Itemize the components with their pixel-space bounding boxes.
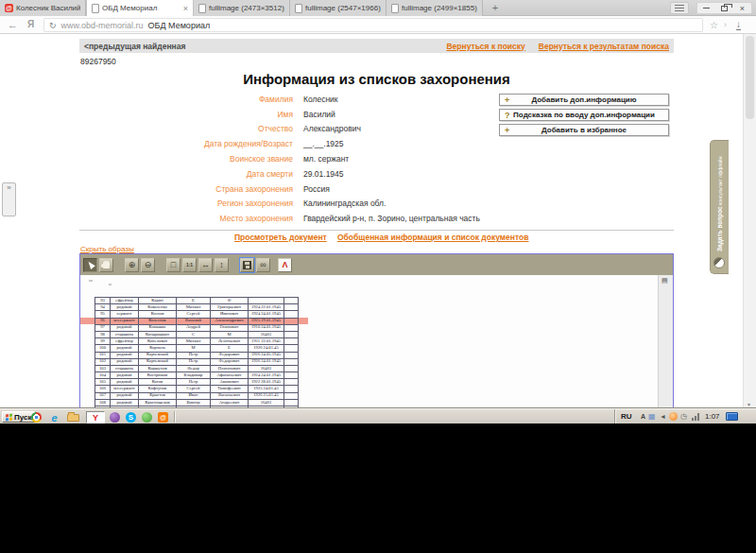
actual-size-button[interactable]: 1:1	[182, 258, 197, 272]
cell-empty	[284, 304, 299, 311]
yandex-button[interactable]: Я	[27, 19, 34, 29]
tab-fullimage-2[interactable]: fullimage (2547×1966)	[290, 0, 387, 16]
tray-grid-icon[interactable]: ▦	[648, 412, 656, 422]
viewer-scrollbar[interactable]: ▤	[658, 275, 673, 407]
clock: 1:07	[705, 412, 720, 421]
cell-name: Сергей	[177, 386, 211, 392]
cell-patronymic: Васильевич	[211, 392, 249, 399]
scrollbar-thumb[interactable]	[746, 36, 754, 119]
restore-button[interactable]	[715, 3, 733, 13]
page-scrollbar[interactable]: ▾	[743, 34, 756, 408]
pdf-export-button[interactable]: Λ	[278, 258, 292, 272]
cell-rank: рядовой	[111, 406, 139, 408]
cell-empty	[284, 379, 299, 386]
close-window-button[interactable]: ×	[733, 3, 751, 13]
zoom-in-button[interactable]: ⊕	[125, 258, 139, 272]
field-value: мл. сержант	[303, 154, 349, 164]
cell-empty	[284, 298, 299, 304]
side-panel-grip[interactable]: »	[2, 182, 16, 216]
fit-width-button[interactable]: ↔	[198, 258, 213, 272]
language-indicator[interactable]: RU	[621, 412, 632, 421]
volume-icon[interactable]: ◄	[660, 412, 666, 422]
previous-record-link[interactable]: <предыдущая найденная	[84, 42, 185, 51]
opera-icon[interactable]	[110, 412, 120, 423]
action-button[interactable]: + Добавить в избранное	[499, 124, 669, 136]
cell-rank: рядовой	[111, 379, 139, 386]
cell-surname	[139, 406, 177, 408]
field-value: Гвардейский р-н, п. Зорино, центральная …	[303, 214, 480, 223]
action-button[interactable]: + Добавить доп.информацию	[499, 94, 669, 106]
bookmark-star-icon[interactable]: ☆	[710, 20, 718, 30]
fit-page-button[interactable]: □	[166, 258, 180, 272]
tab-fullimage-3[interactable]: fullimage (2499×1855)	[387, 0, 483, 16]
scrollbar-down-icon[interactable]: ▾	[747, 401, 750, 407]
folder-icon[interactable]	[67, 414, 79, 422]
summary-info-link[interactable]: Обобщенная информация и список документо…	[337, 233, 528, 242]
zoom-in-icon: ⊕	[129, 261, 136, 269]
reload-icon[interactable]: ↻	[49, 21, 57, 30]
field-label: Страна захоронения	[79, 184, 293, 194]
action-button[interactable]: ? Подсказка по вводу доп.информации	[499, 109, 669, 121]
mailru-agent-icon[interactable]: @	[158, 412, 168, 423]
tab-obd-memorial[interactable]: ОБД Мемориал ×	[86, 0, 194, 16]
tab-fullimage-1[interactable]: fullimage (2473×3512)	[194, 0, 290, 16]
back-button[interactable]: ←	[8, 19, 18, 30]
close-tab-icon[interactable]: ×	[183, 4, 188, 13]
cell-rank: рядовой	[111, 345, 139, 352]
start-label: Пуск	[14, 413, 31, 422]
view-document-link[interactable]: Просмотреть документ	[234, 233, 327, 242]
link-button[interactable]: ∞	[256, 258, 270, 272]
field-label: Имя	[79, 110, 293, 119]
cell-date	[249, 298, 284, 304]
ask-question-tab[interactable]: Задать вопрос консультант оффлайн	[710, 140, 729, 274]
hand-icon	[103, 261, 110, 268]
cell-date: 16461	[249, 365, 284, 372]
scheduler-icon[interactable]: ◷	[680, 412, 687, 422]
page-icon	[295, 4, 302, 13]
back-to-results-link[interactable]: Вернуться к результатам поиска	[539, 42, 669, 51]
pan-tool-button[interactable]	[99, 258, 113, 272]
cell-number: 103	[95, 365, 111, 372]
tray-agent-icon[interactable]	[669, 412, 678, 421]
tray-a-icon[interactable]: A	[641, 412, 645, 422]
tab-title: fullimage (2499×1855)	[402, 4, 477, 12]
cell-surname: Комашко	[139, 324, 177, 331]
minimize-button[interactable]	[697, 3, 715, 13]
skype-icon[interactable]: S	[126, 412, 136, 423]
zoom-out-button[interactable]: ⊖	[141, 258, 155, 272]
display-icon[interactable]	[726, 412, 738, 421]
cell-empty	[284, 345, 299, 352]
cell-date: 1909 28.01.1945	[249, 406, 284, 408]
browser-menu-button[interactable]	[670, 2, 689, 14]
minimize-icon	[703, 8, 710, 9]
field-value: Александрович	[303, 124, 361, 133]
button-label: Подсказка по вводу доп.информации	[513, 111, 655, 119]
page-content: <предыдущая найденная Вернуться к поиску…	[0, 34, 756, 408]
table-row: 95 сержант Козлов Сергей Иванович 1924 2…	[95, 311, 299, 318]
ie-icon[interactable]: e	[49, 412, 60, 423]
cell-empty	[284, 331, 299, 337]
save-image-button[interactable]	[240, 258, 254, 272]
chrome-icon[interactable]	[31, 412, 42, 423]
green-messenger-icon[interactable]	[142, 412, 152, 423]
url-input[interactable]: ↻ www.obd-memorial.ru ОБД Мемориал	[43, 18, 703, 32]
pointer-tool-button[interactable]	[83, 258, 97, 272]
cell-date: 1926 24.05.1945	[249, 352, 284, 358]
new-tab-button[interactable]: +	[488, 1, 503, 15]
download-icon[interactable]: ↓	[736, 19, 741, 30]
cell-surname: Коваленко	[139, 304, 177, 311]
cell-number: 109	[95, 406, 111, 408]
scanned-document[interactable]: 93 ефрейтор Карин Е Ф 94 ря	[80, 275, 658, 407]
network-signal-icon[interactable]	[692, 413, 700, 421]
fit-height-button[interactable]: ↕	[215, 258, 229, 272]
table-row: 109 рядовой 1909 28.01.1945	[95, 406, 299, 408]
yandex-browser-button[interactable]: Y	[86, 411, 105, 423]
back-to-search-link[interactable]: Вернуться к поиску	[446, 42, 524, 51]
tab-kolesnik[interactable]: @ Колесник Василий Алек	[0, 0, 86, 16]
scan-smudge	[89, 280, 93, 282]
cell-number: 95	[95, 311, 111, 318]
hide-images-link[interactable]: Скрыть образы	[80, 245, 134, 253]
chevron-icon[interactable]: ›	[724, 20, 727, 29]
field-label: Отчество	[79, 124, 293, 133]
cell-date: 1925 29.01.1945	[249, 318, 284, 324]
